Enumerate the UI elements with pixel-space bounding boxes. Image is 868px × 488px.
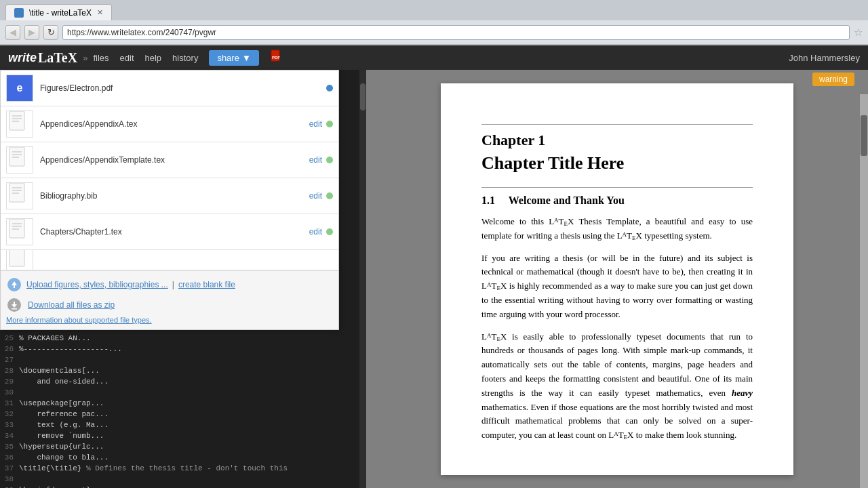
forward-button[interactable]: ▶ [24, 25, 39, 40]
electron-icon: e [7, 76, 32, 100]
list-item[interactable]: Chapters/Chapter1.tex edit [1, 214, 338, 250]
body-paragraph-3: LATEX is easily able to professionally t… [481, 330, 753, 443]
file-icon: e [6, 75, 33, 102]
share-icon: ▼ [242, 53, 251, 63]
status-indicator [326, 192, 333, 199]
file-actions: edit [309, 155, 333, 165]
svg-rect-4 [9, 111, 24, 130]
address-bar: ◀ ▶ ↻ ☆ [0, 20, 868, 45]
edit-file-link[interactable]: edit [309, 191, 322, 201]
list-item[interactable]: e Figures/Electron.pdf [1, 70, 338, 106]
logo-arrow: » [83, 53, 87, 63]
file-actions: edit [309, 227, 333, 237]
pdf-scrollbar[interactable] [860, 94, 868, 488]
warning-button[interactable]: warning [812, 73, 854, 86]
file-icon [6, 218, 33, 245]
chapter-title: Chapter Title Here [481, 153, 753, 174]
editor-scrollbar-thumb [360, 83, 366, 110]
nav-help[interactable]: help [145, 53, 162, 63]
chapter-number: Chapter 1 [481, 131, 753, 149]
file-panel: e Figures/Electron.pdf [0, 70, 339, 330]
upload-icon [6, 277, 22, 293]
page-divider-2 [481, 187, 753, 188]
body-paragraph-2: If you are writing a thesis (or will be … [481, 251, 753, 322]
svg-text:PDF: PDF [272, 56, 280, 60]
code-line: 35\hypersetup{urlc... [0, 441, 366, 452]
svg-rect-20 [9, 250, 24, 266]
file-name: Appendices/AppendixA.tex [40, 119, 302, 129]
tab-title: \title - writeLaTeX [29, 8, 92, 18]
file-list: e Figures/Electron.pdf [1, 70, 338, 270]
upload-link[interactable]: Upload figures, styles, bibliographies .… [26, 280, 168, 289]
code-line: 36 change to bla... [0, 452, 366, 463]
download-section: Download all files as zip [6, 297, 333, 313]
file-icon [6, 250, 33, 270]
file-name: Chapters/Chapter1.tex [40, 227, 302, 237]
back-button[interactable]: ◀ [5, 25, 20, 40]
svg-rect-26 [14, 302, 15, 304]
browser-tab[interactable]: \title - writeLaTeX ✕ [5, 4, 112, 20]
section-title-text: Welcome and Thank You [509, 195, 625, 206]
refresh-button[interactable]: ↻ [43, 25, 58, 40]
tab-bar: \title - writeLaTeX ✕ [0, 0, 868, 20]
section-title: 1.1 Welcome and Thank You [481, 195, 753, 207]
logo-write: write [8, 51, 37, 65]
page-divider [481, 124, 753, 125]
code-line: 39\begin{document} [0, 485, 366, 488]
code-line: 27 [0, 354, 366, 365]
svg-rect-8 [9, 147, 24, 166]
browser-chrome: \title - writeLaTeX ✕ ◀ ▶ ↻ ☆ [0, 0, 868, 45]
app-nav: files edit help history share ▼ PDF [93, 49, 283, 66]
edit-file-link[interactable]: edit [309, 155, 322, 165]
tex-file-icon [8, 146, 31, 174]
status-indicator [326, 228, 333, 235]
code-line: 26%-------------------... [0, 344, 366, 354]
tex-file-icon [8, 110, 31, 138]
pdf-button[interactable]: PDF [270, 49, 283, 66]
tab-favicon [14, 8, 24, 18]
app-header: writeLaTeX » files edit help history sha… [0, 45, 868, 70]
bookmark-icon[interactable]: ☆ [854, 26, 863, 39]
url-input[interactable] [62, 25, 850, 40]
upload-separator: | [172, 280, 174, 289]
nav-files[interactable]: files [93, 53, 108, 63]
share-button[interactable]: share ▼ [209, 50, 258, 66]
download-icon [6, 297, 22, 313]
list-item[interactable]: Bibliography.bib edit [1, 178, 338, 214]
list-item[interactable]: Appendices/AppendixTemplate.tex edit [1, 142, 338, 178]
file-panel-bottom: Upload figures, styles, bibliographies .… [1, 270, 338, 329]
list-item[interactable]: Appendices/AppendixA.tex edit [1, 106, 338, 142]
section-number: 1.1 [481, 195, 495, 206]
file-icon [6, 110, 33, 138]
file-icon [6, 182, 33, 209]
code-line: 31\usepackage[grap... [0, 398, 366, 409]
warning-area: warning [812, 73, 854, 86]
tex-file-icon [8, 218, 31, 245]
nav-edit[interactable]: edit [120, 53, 134, 63]
code-line: 29 and one-sided... [0, 376, 366, 387]
main-area: 1%%%%%%%%%%%%%%%%%%%%% 2% Thesis 3% LaTe… [0, 70, 868, 488]
code-line: 38 [0, 474, 366, 485]
pdf-icon: PDF [270, 49, 283, 63]
share-label: share [217, 53, 239, 63]
nav-history[interactable]: history [172, 53, 198, 63]
file-icon [6, 146, 33, 174]
editor-scrollbar[interactable] [359, 70, 366, 488]
logo-latex: LaTeX [38, 50, 77, 66]
file-name: Bibliography.bib [40, 191, 302, 201]
file-actions [326, 85, 333, 92]
code-line: 32 reference pac... [0, 409, 366, 420]
file-name: Figures/Electron.pdf [40, 83, 319, 93]
tex-file-icon [8, 250, 31, 270]
info-link[interactable]: More information about supported file ty… [6, 316, 333, 324]
code-line: 25% PACKAGES AN... [0, 333, 366, 344]
tab-close-button[interactable]: ✕ [97, 8, 103, 17]
code-line: 37\title{\title} % Defines the thesis ti… [0, 463, 366, 474]
status-indicator [326, 85, 333, 92]
app-logo: writeLaTeX [8, 50, 77, 66]
download-link[interactable]: Download all files as zip [28, 300, 115, 310]
edit-file-link[interactable]: edit [309, 119, 322, 129]
list-item[interactable] [1, 250, 338, 270]
edit-file-link[interactable]: edit [309, 227, 322, 237]
create-blank-link[interactable]: create blank file [178, 280, 235, 289]
